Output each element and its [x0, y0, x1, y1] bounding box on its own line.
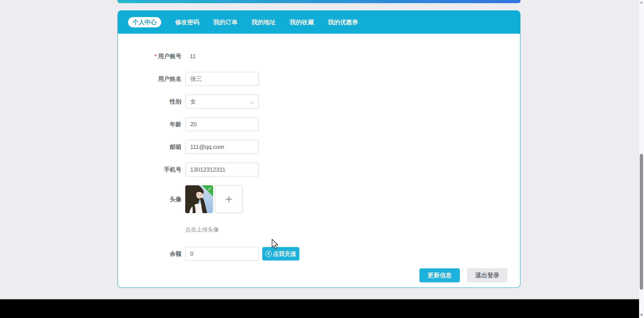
phone-label: 手机号 — [118, 166, 185, 174]
required-asterisk: * — [154, 53, 157, 60]
avatar-upload-button[interactable]: + — [215, 185, 243, 213]
account-row: *用户账号 11 — [118, 52, 520, 61]
tab-my-orders[interactable]: 我的订单 — [213, 18, 238, 26]
account-label: *用户账号 — [118, 52, 185, 60]
plus-icon: + — [225, 193, 233, 206]
recharge-button[interactable]: ¥ 点我充值 — [262, 247, 299, 260]
age-input[interactable] — [185, 117, 259, 131]
avatar-thumbnail[interactable]: ✓ — [185, 185, 213, 213]
tab-my-coupons[interactable]: 我的优惠券 — [328, 18, 358, 26]
upload-hint-text: 点击上传头像 — [185, 226, 219, 233]
tab-my-favorites[interactable]: 我的收藏 — [290, 18, 314, 26]
form-actions: 更新信息 退出登录 — [118, 268, 520, 282]
balance-row: 余额 ¥ 点我充值 — [118, 247, 520, 261]
recharge-button-label: 点我充值 — [273, 250, 296, 258]
profile-form: *用户账号 11 用户姓名 性别 女 年龄 邮箱 手机号 — [118, 34, 520, 282]
gender-label: 性别 — [118, 98, 185, 106]
age-label: 年龄 — [118, 120, 185, 128]
update-info-button[interactable]: 更新信息 — [420, 268, 460, 282]
page-footer — [0, 299, 639, 318]
check-icon: ✓ — [208, 186, 212, 192]
balance-input[interactable] — [185, 247, 259, 261]
phone-row: 手机号 — [118, 162, 520, 176]
balance-label: 余额 — [118, 250, 185, 258]
gender-select[interactable]: 女 — [185, 94, 259, 108]
previous-card-bottom-edge — [118, 0, 520, 3]
yen-circle-icon: ¥ — [266, 251, 272, 257]
username-label: 用户姓名 — [118, 75, 185, 83]
account-value: 11 — [190, 53, 196, 60]
user-center-panel: 个人中心 修改密码 我的订单 我的地址 我的收藏 我的优惠券 *用户账号 11 … — [118, 10, 520, 288]
email-row: 邮箱 — [118, 140, 520, 154]
tab-personal-center[interactable]: 个人中心 — [128, 17, 161, 28]
avatar-label: 头像 — [118, 196, 185, 203]
username-input[interactable] — [185, 72, 259, 86]
logout-button[interactable]: 退出登录 — [467, 268, 508, 282]
gender-selected-value: 女 — [190, 98, 196, 106]
tab-bar: 个人中心 修改密码 我的订单 我的地址 我的收藏 我的优惠券 — [118, 11, 520, 34]
avatar-row: 头像 — [118, 185, 520, 213]
email-input[interactable] — [185, 140, 259, 154]
chevron-down-icon — [250, 100, 254, 104]
upload-hint-row: 点击上传头像 — [118, 226, 520, 233]
gender-row: 性别 女 — [118, 94, 520, 108]
tab-my-address[interactable]: 我的地址 — [252, 18, 276, 26]
age-row: 年龄 — [118, 117, 520, 131]
scroll-up-arrow-icon[interactable] — [640, 1, 643, 3]
scrollbar-thumb[interactable] — [640, 154, 643, 290]
username-row: 用户姓名 — [118, 72, 520, 86]
scroll-down-arrow-icon[interactable] — [640, 314, 643, 316]
phone-input[interactable] — [185, 162, 259, 176]
vertical-scrollbar[interactable] — [639, 0, 644, 318]
tab-change-password[interactable]: 修改密码 — [175, 18, 200, 26]
email-label: 邮箱 — [118, 143, 185, 151]
